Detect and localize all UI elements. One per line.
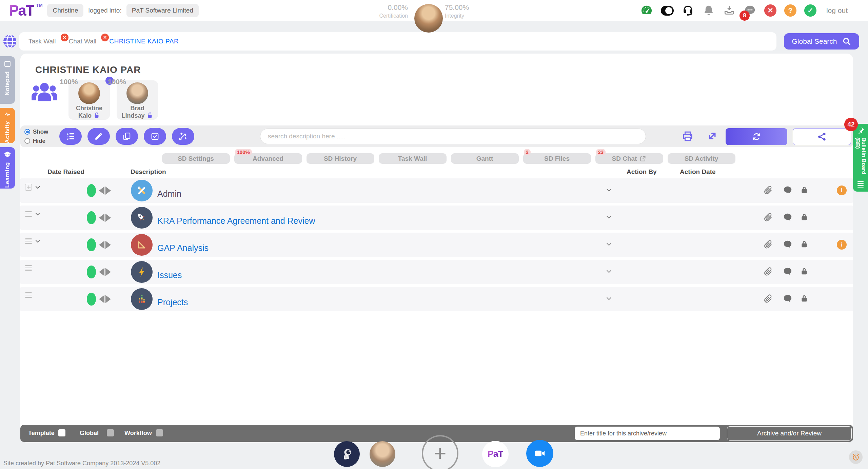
numbered-list-button[interactable]: 123 — [59, 128, 82, 145]
row-expander[interactable] — [25, 238, 41, 244]
row-title[interactable]: Projects — [157, 297, 188, 307]
tab-sd-files[interactable]: 2SD Files — [523, 153, 591, 164]
sidebar-tab-activity[interactable]: Activity — [0, 108, 15, 143]
paperclip-icon[interactable] — [763, 212, 773, 224]
chat-icon[interactable]: 8 — [744, 4, 756, 17]
globe-icon[interactable] — [2, 34, 18, 49]
comment-icon[interactable] — [783, 212, 793, 224]
tab-sd-settings[interactable]: SD Settings — [162, 153, 230, 164]
sidebar-tab-learning[interactable]: Learning — [0, 147, 15, 189]
logout-link[interactable]: log out — [826, 6, 848, 15]
dark-mode-toggle-icon[interactable] — [661, 4, 674, 17]
table-row-admin[interactable]: Admin i — [20, 178, 853, 203]
tab-sd-chat[interactable]: 23SD Chat — [595, 153, 663, 164]
edit-pencil-button[interactable] — [87, 128, 110, 145]
drag-handle-icon[interactable] — [25, 265, 32, 271]
drag-handle-icon[interactable] — [25, 238, 32, 244]
workflow-checkbox[interactable] — [156, 429, 163, 436]
row-expander[interactable] — [25, 184, 41, 191]
comment-icon[interactable] — [783, 294, 793, 305]
bulletin-board-tab[interactable]: Bulletin Board (BB) — [853, 124, 868, 192]
chevron-down-icon[interactable] — [606, 214, 612, 220]
info-icon[interactable]: i — [837, 185, 847, 195]
help-circle-icon[interactable]: ? — [784, 4, 796, 17]
share-button[interactable] — [793, 128, 851, 145]
lock-icon[interactable] — [800, 212, 809, 223]
expand-icon[interactable] — [707, 130, 718, 143]
table-row-issues[interactable]: Issues — [20, 260, 853, 284]
tab-advanced[interactable]: 100%Advanced — [234, 153, 302, 164]
comment-icon[interactable] — [783, 239, 793, 251]
paperclip-icon[interactable] — [763, 267, 773, 278]
row-title[interactable]: Admin — [157, 189, 181, 199]
headset-icon[interactable] — [682, 4, 694, 17]
global-search-button[interactable]: Global Search — [784, 33, 859, 50]
lock-icon[interactable] — [800, 294, 809, 305]
drag-handle-icon[interactable] — [25, 292, 32, 298]
row-title[interactable]: GAP Analysis — [157, 243, 209, 253]
global-checkbox[interactable] — [107, 429, 114, 436]
row-title[interactable]: Issues — [157, 270, 182, 280]
move-arrows[interactable] — [99, 268, 111, 276]
info-icon[interactable]: i — [837, 240, 847, 250]
hide-radio[interactable] — [24, 138, 30, 144]
table-row-projects[interactable]: Projects — [20, 287, 853, 311]
active-breadcrumb[interactable]: CHRISTINE KAIO PAR — [109, 38, 179, 45]
astronaut-avatar[interactable] — [334, 441, 360, 467]
print-icon[interactable] — [682, 130, 694, 144]
lock-icon[interactable] — [800, 239, 809, 250]
gauge-icon[interactable] — [640, 4, 653, 17]
member-card-brad[interactable]: 100% Brad Lindsay — [117, 80, 158, 120]
move-arrows[interactable] — [99, 295, 111, 303]
row-title[interactable]: KRA Performance Agreement and Review — [157, 216, 315, 226]
close-task-wall-icon[interactable]: ✕ — [61, 34, 68, 41]
sidebar-tab-notepad[interactable]: Notepad — [0, 56, 15, 104]
chevron-down-icon[interactable] — [606, 268, 612, 275]
template-checkbox[interactable] — [58, 429, 65, 436]
show-radio[interactable] — [24, 129, 30, 135]
copy-button[interactable] — [116, 128, 138, 145]
paperclip-icon[interactable] — [763, 239, 773, 251]
add-button[interactable]: + — [422, 435, 458, 469]
lock-icon[interactable] — [800, 185, 809, 196]
user-avatar[interactable] — [414, 4, 443, 33]
comment-icon[interactable] — [783, 267, 793, 278]
pat-dock-logo[interactable]: PaT — [482, 441, 509, 467]
comment-icon[interactable] — [783, 185, 793, 197]
chevron-down-icon[interactable] — [606, 241, 612, 248]
bell-icon[interactable] — [702, 4, 715, 17]
drag-handle-icon[interactable] — [25, 211, 32, 217]
row-expander[interactable] — [25, 265, 32, 271]
company-chip[interactable]: PaT Software Limited — [126, 4, 199, 17]
tab-task-wall[interactable]: Task Wall — [379, 153, 447, 164]
row-expander[interactable] — [25, 211, 41, 217]
tab-sd-activity[interactable]: SD Activity — [668, 153, 735, 164]
chevron-down-icon[interactable] — [606, 295, 612, 302]
tab-sd-history[interactable]: SD History — [307, 153, 374, 164]
archive-review-button[interactable]: Archive and/or Review — [727, 426, 852, 441]
move-arrows[interactable] — [99, 241, 111, 249]
move-arrows[interactable] — [99, 187, 111, 195]
nav-task-wall[interactable]: Task Wall — [28, 38, 56, 45]
expand-all-icon[interactable] — [25, 184, 32, 191]
check-circle-icon[interactable]: ✓ — [804, 4, 816, 17]
inbox-icon[interactable] — [723, 4, 736, 17]
user-chip[interactable]: Christine — [47, 4, 83, 17]
strategy-button[interactable] — [172, 128, 194, 145]
lock-icon[interactable] — [800, 267, 809, 277]
table-row-gap-analysis[interactable]: GAP Analysis i — [20, 233, 853, 257]
refresh-button[interactable] — [726, 128, 787, 145]
row-expander[interactable] — [25, 292, 32, 298]
video-call-button[interactable] — [526, 440, 553, 467]
close-chat-wall-icon[interactable]: ✕ — [101, 34, 109, 41]
archive-title-input[interactable] — [575, 427, 720, 440]
alarm-icon[interactable] — [849, 450, 863, 464]
checkbox-button[interactable] — [144, 128, 166, 145]
move-arrows[interactable] — [99, 214, 111, 222]
close-circle-icon[interactable]: ✕ — [764, 4, 776, 17]
chevron-down-icon[interactable] — [606, 187, 612, 193]
search-input[interactable] — [260, 129, 646, 144]
nav-chat-wall[interactable]: Chat Wall — [69, 38, 97, 45]
paperclip-icon[interactable] — [763, 185, 773, 197]
paperclip-icon[interactable] — [763, 294, 773, 305]
